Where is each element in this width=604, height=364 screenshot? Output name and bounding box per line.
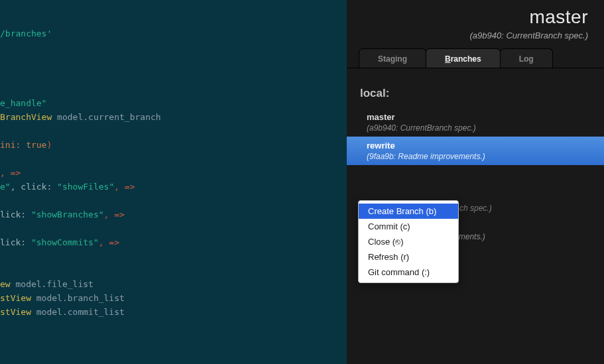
branch-name: master xyxy=(367,112,591,122)
panel-header: master (a9b940: CurrentBranch spec.) xyxy=(347,0,604,46)
code-editor[interactable]: /branches' e_handle" BranchView model.cu… xyxy=(0,0,347,364)
tab-label: Log xyxy=(519,54,534,64)
tab-label: Staging xyxy=(378,54,407,64)
branch-item-rewrite[interactable]: rewrite (9faa9b: Readme improvements.) xyxy=(347,137,604,165)
current-branch-subtitle: (a9b940: CurrentBranch spec.) xyxy=(363,30,588,40)
code-block: /branches' e_handle" BranchView model.cu… xyxy=(0,27,161,319)
branch-item-master[interactable]: master (a9b940: CurrentBranch spec.) xyxy=(347,108,604,137)
tab-bar: Staging Branches Log xyxy=(347,46,604,68)
menu-item-create-branch[interactable]: Create Branch (b) xyxy=(359,204,458,219)
menu-item-close[interactable]: Close (⎋) xyxy=(359,234,458,249)
menu-item-git-command[interactable]: Git command (:) xyxy=(359,265,458,280)
branch-meta: (a9b940: CurrentBranch spec.) xyxy=(367,123,591,133)
git-panel: master (a9b940: CurrentBranch spec.) Sta… xyxy=(347,0,604,364)
branch-item-obscured-1[interactable] xyxy=(347,165,604,191)
branch-name: rewrite xyxy=(367,141,591,151)
menu-item-commit[interactable]: Commit (c) xyxy=(359,219,458,234)
context-menu: Create Branch (b) Commit (c) Close (⎋) R… xyxy=(358,200,459,283)
current-branch-title: master xyxy=(363,7,588,28)
tab-label: Branches xyxy=(445,54,481,64)
section-local-heading: local: xyxy=(347,68,604,108)
menu-item-refresh[interactable]: Refresh (r) xyxy=(359,249,458,265)
tab-log[interactable]: Log xyxy=(500,48,553,68)
branch-meta: (9faa9b: Readme improvements.) xyxy=(367,152,591,161)
branch-meta-peek: ch spec.) xyxy=(459,204,492,213)
tab-branches[interactable]: Branches xyxy=(426,48,501,68)
tab-staging[interactable]: Staging xyxy=(359,48,426,68)
